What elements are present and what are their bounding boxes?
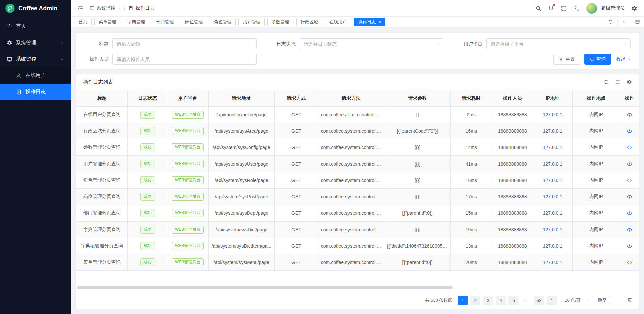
page-button-2[interactable]: 2 — [470, 296, 480, 305]
view-detail-button[interactable] — [627, 227, 632, 233]
tab-close-icon[interactable]: × — [378, 20, 381, 24]
user-name[interactable]: 超级管理员 — [601, 5, 625, 11]
user-platform-label: 用户平台 — [458, 41, 482, 47]
cell-url: /api/system/sysMenu/page — [208, 254, 274, 271]
query-button[interactable]: 查询 — [584, 54, 611, 65]
view-detail-button[interactable] — [627, 128, 632, 134]
jump-page-input[interactable] — [609, 296, 625, 305]
tab-home[interactable]: 首页 — [74, 18, 92, 26]
refresh-page-button[interactable] — [604, 17, 617, 27]
table-header-row: 标题日志状态用户平台请求地址请求方式请求方法请求参数请求耗时操作人员IP地址操作… — [76, 90, 639, 107]
main-area: 系统监控 / 操作日志 文A — [71, 0, 644, 314]
cell-actions — [620, 156, 639, 172]
language-switch-icon[interactable]: 文A — [574, 5, 580, 11]
view-detail-button[interactable] — [627, 210, 632, 216]
sidebar-subitem-online-users[interactable]: 在线用户 — [0, 67, 71, 84]
status-tag: 成功 — [140, 193, 155, 201]
page-size-select[interactable]: 10 条/页 — [561, 296, 593, 305]
sidebar-subitem-operation-log[interactable]: 操作日志 — [0, 84, 71, 100]
view-detail-button[interactable] — [627, 112, 632, 118]
view-detail-button[interactable] — [627, 194, 632, 200]
next-page-button[interactable] — [547, 296, 557, 305]
page-unit-label: 页 — [628, 297, 632, 303]
view-detail-button[interactable] — [627, 145, 632, 150]
reset-button[interactable]: 重置 — [553, 54, 580, 65]
platform-tag: WEB管理后台 — [172, 127, 204, 135]
tab-dept-management[interactable]: 部门管理 — [152, 18, 178, 26]
tab-tools — [604, 17, 644, 27]
cell-duration: 13ms — [450, 238, 492, 254]
settings-gear-icon[interactable] — [631, 5, 637, 11]
column-settings-icon[interactable] — [627, 79, 632, 85]
tab-role-management[interactable]: 角色管理 — [210, 18, 236, 26]
tab-label: 行政区域 — [301, 19, 318, 25]
fullscreen-icon[interactable] — [561, 5, 567, 11]
cell-method: GET — [275, 238, 318, 254]
cell-method: GET — [275, 172, 318, 189]
monitor-icon — [90, 6, 95, 11]
breadcrumb-separator: / — [124, 6, 125, 11]
log-status-select[interactable] — [300, 38, 444, 49]
view-detail-button[interactable] — [627, 178, 632, 183]
chevron-down-icon — [117, 6, 121, 10]
view-detail-button[interactable] — [627, 243, 632, 249]
column-header-handler: 请求方法 — [318, 90, 384, 107]
horizontal-scrollbar[interactable] — [77, 286, 453, 289]
refresh-table-icon[interactable] — [604, 79, 609, 85]
cell-location: 内网IP — [572, 238, 620, 254]
layout-settings-button[interactable] — [631, 17, 644, 27]
notification-bell[interactable] — [548, 5, 554, 12]
sidebar-item-system-management[interactable]: 系统管理 — [0, 35, 71, 51]
title-input[interactable] — [112, 38, 257, 49]
export-icon[interactable] — [615, 79, 621, 85]
cell-handler: com.coffee.admin.controller... — [318, 107, 384, 123]
breadcrumb-item-operation-log[interactable]: 操作日志 — [128, 5, 154, 11]
monitor-icon — [7, 56, 12, 62]
view-detail-button[interactable] — [627, 260, 632, 265]
tab-param-management[interactable]: 参数管理 — [267, 18, 293, 26]
topbar-left: 系统监控 / 操作日志 — [77, 5, 154, 11]
page-button-3[interactable]: 3 — [483, 296, 493, 305]
tab-label: 操作日志 — [358, 19, 376, 25]
user-platform-select[interactable] — [486, 38, 631, 49]
sidebar-item-system-monitor[interactable]: 系统监控 — [0, 51, 71, 67]
column-header-method: 请求方式 — [275, 90, 318, 107]
tab-user-management[interactable]: 用户管理 — [238, 18, 265, 26]
cell-operator: 18888888888 — [492, 123, 533, 139]
sidebar-item-home[interactable]: 首页 — [0, 18, 71, 35]
tab-menu-management[interactable]: 菜单管理 — [94, 18, 120, 26]
cell-actions — [620, 254, 639, 271]
search-panel: 标题 日志状态 用户平台 — [76, 33, 639, 69]
operator-input[interactable] — [112, 54, 257, 65]
tab-online-users[interactable]: 在线用户 — [325, 18, 351, 26]
menu-item-label: 系统管理 — [16, 40, 56, 46]
tab-area-management[interactable]: 行政区域 — [296, 18, 322, 26]
breadcrumb-item-system-monitor[interactable]: 系统监控 — [90, 5, 121, 11]
page-button-4[interactable]: 4 — [496, 296, 506, 305]
status-tag: 成功 — [140, 160, 155, 168]
avatar[interactable] — [586, 3, 597, 14]
collapse-sidebar-icon[interactable] — [77, 5, 84, 11]
search-icon[interactable] — [535, 5, 541, 11]
table-row: 岗位管理分页查询成功WEB管理后台/api/system/sysPost/pag… — [76, 189, 639, 205]
page-button-53[interactable]: 53 — [534, 296, 544, 305]
view-detail-button[interactable] — [627, 161, 632, 167]
collapse-toggle[interactable]: 收起 — [616, 56, 631, 62]
status-tag: 成功 — [140, 176, 155, 184]
log-table: 标题日志状态用户平台请求地址请求方式请求方法请求参数请求耗时操作人员IP地址操作… — [76, 90, 639, 271]
horizontal-scroll-track — [77, 286, 638, 289]
page-button-5[interactable]: 5 — [508, 296, 519, 305]
cell-method: GET — [275, 205, 318, 222]
platform-tag: WEB管理后台 — [172, 209, 204, 217]
cell-url: /api/system/sysDict/page — [208, 222, 274, 238]
column-header-title: 标题 — [76, 90, 128, 107]
app-logo[interactable]: Coffee Admin — [0, 0, 71, 17]
tab-dict-management[interactable]: 字典管理 — [123, 18, 149, 26]
form-item-operator: 操作人员 — [84, 54, 257, 65]
cell-ip: 127.0.0.1 — [533, 123, 572, 139]
column-header-status: 日志状态 — [128, 90, 167, 107]
tab-options-button[interactable] — [617, 17, 631, 27]
page-button-1[interactable]: 1 — [458, 296, 468, 305]
tab-operation-log[interactable]: 操作日志× — [354, 18, 385, 26]
tab-post-management[interactable]: 岗位管理 — [181, 18, 207, 26]
